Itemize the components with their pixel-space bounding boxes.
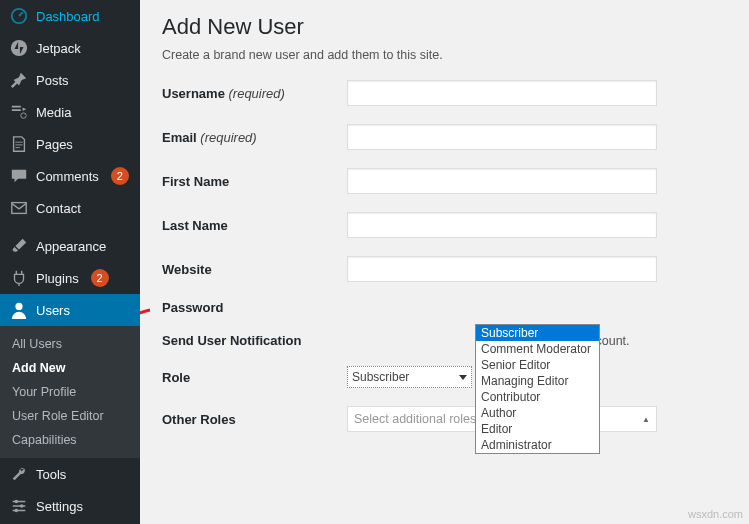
sidebar-item-pages[interactable]: Pages xyxy=(0,128,140,160)
sliders-icon xyxy=(10,497,28,515)
sidebar-item-label: Media xyxy=(36,105,71,120)
sidebar-item-media[interactable]: Media xyxy=(0,96,140,128)
page-title: Add New User xyxy=(162,14,727,40)
dashboard-icon xyxy=(10,7,28,25)
role-option-contributor[interactable]: Contributor xyxy=(476,389,599,405)
sidebar-item-label: Comments xyxy=(36,169,99,184)
role-option-subscriber[interactable]: Subscriber xyxy=(476,325,599,341)
svg-point-5 xyxy=(15,500,19,504)
svg-point-1 xyxy=(11,40,27,56)
sidebar-item-label: Appearance xyxy=(36,239,106,254)
role-option-managing-editor[interactable]: Managing Editor xyxy=(476,373,599,389)
firstname-input[interactable] xyxy=(347,168,657,194)
page-subtitle: Create a brand new user and add them to … xyxy=(162,48,727,62)
svg-rect-3 xyxy=(12,203,26,214)
sidebar-item-label: Plugins xyxy=(36,271,79,286)
role-select[interactable]: Subscriber xyxy=(347,366,472,388)
sidebar-item-label: Contact xyxy=(36,201,81,216)
role-option-administrator[interactable]: Administrator xyxy=(476,437,599,453)
submenu-add-new[interactable]: Add New xyxy=(0,356,140,380)
sidebar-item-label: Users xyxy=(36,303,70,318)
plug-icon xyxy=(10,269,28,287)
role-option-comment-moderator[interactable]: Comment Moderator xyxy=(476,341,599,357)
email-label: Email (required) xyxy=(162,130,347,145)
sidebar-item-appearance[interactable]: Appearance xyxy=(0,230,140,262)
admin-sidebar: Dashboard Jetpack Posts Media Pages Comm… xyxy=(0,0,140,524)
submenu-user-role-editor[interactable]: User Role Editor xyxy=(0,404,140,428)
users-submenu: All Users Add New Your Profile User Role… xyxy=(0,326,140,458)
media-icon xyxy=(10,103,28,121)
main-content: Add New User Create a brand new user and… xyxy=(140,0,749,524)
svg-point-6 xyxy=(20,504,24,508)
submenu-your-profile[interactable]: Your Profile xyxy=(0,380,140,404)
sidebar-item-comments[interactable]: Comments 2 xyxy=(0,160,140,192)
sidebar-item-label: Settings xyxy=(36,499,83,514)
firstname-label: First Name xyxy=(162,174,347,189)
role-option-editor[interactable]: Editor xyxy=(476,421,599,437)
jetpack-icon xyxy=(10,39,28,57)
role-dropdown-open: Subscriber Comment Moderator Senior Edit… xyxy=(475,324,600,454)
pages-icon xyxy=(10,135,28,153)
sidebar-item-users[interactable]: Users xyxy=(0,294,140,326)
sidebar-item-settings[interactable]: Settings xyxy=(0,490,140,522)
comments-icon xyxy=(10,167,28,185)
lastname-label: Last Name xyxy=(162,218,347,233)
wrench-icon xyxy=(10,465,28,483)
website-label: Website xyxy=(162,262,347,277)
annotation-arrow-left xyxy=(140,306,152,350)
sidebar-item-label: Jetpack xyxy=(36,41,81,56)
pin-icon xyxy=(10,71,28,89)
sidebar-item-dashboard[interactable]: Dashboard xyxy=(0,0,140,32)
other-roles-label: Other Roles xyxy=(162,412,347,427)
plugins-badge: 2 xyxy=(91,269,109,287)
sidebar-item-plugins[interactable]: Plugins 2 xyxy=(0,262,140,294)
sidebar-item-posts[interactable]: Posts xyxy=(0,64,140,96)
sidebar-item-contact[interactable]: Contact xyxy=(0,192,140,224)
watermark: wsxdn.com xyxy=(688,508,743,520)
sidebar-item-jetpack[interactable]: Jetpack xyxy=(0,32,140,64)
username-label: Username (required) xyxy=(162,86,347,101)
role-label: Role xyxy=(162,370,347,385)
envelope-icon xyxy=(10,199,28,217)
notification-label: Send User Notification xyxy=(162,333,347,348)
submenu-all-users[interactable]: All Users xyxy=(0,332,140,356)
brush-icon xyxy=(10,237,28,255)
user-icon xyxy=(10,301,28,319)
svg-point-2 xyxy=(21,113,26,118)
sidebar-item-label: Posts xyxy=(36,73,69,88)
role-option-author[interactable]: Author xyxy=(476,405,599,421)
password-label: Password xyxy=(162,300,347,315)
lastname-input[interactable] xyxy=(347,212,657,238)
username-input[interactable] xyxy=(347,80,657,106)
comments-badge: 2 xyxy=(111,167,129,185)
submenu-capabilities[interactable]: Capabilities xyxy=(0,428,140,452)
email-input[interactable] xyxy=(347,124,657,150)
sidebar-item-label: Pages xyxy=(36,137,73,152)
sidebar-item-tools[interactable]: Tools xyxy=(0,458,140,490)
role-option-senior-editor[interactable]: Senior Editor xyxy=(476,357,599,373)
website-input[interactable] xyxy=(347,256,657,282)
svg-point-7 xyxy=(15,509,19,513)
sidebar-item-label: Tools xyxy=(36,467,66,482)
svg-point-4 xyxy=(15,303,22,310)
sidebar-item-label: Dashboard xyxy=(36,9,100,24)
